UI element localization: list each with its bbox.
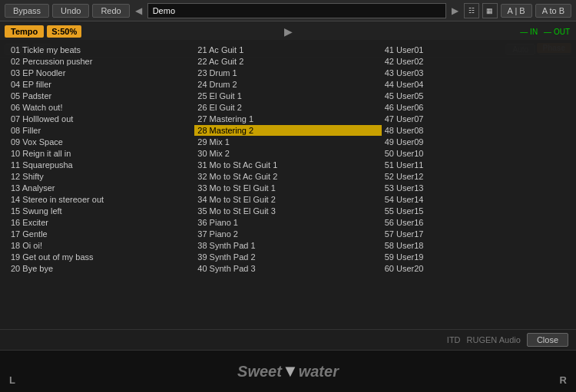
list-item[interactable]: 23 Drum 1 bbox=[194, 68, 381, 78]
list-item[interactable]: 46 User06 bbox=[382, 102, 568, 113]
list-item[interactable]: 22 Ac Guit 2 bbox=[194, 56, 381, 67]
toolbar: Bypass Undo Redo ◀ Demo ▶ ☷ ▦ A | B A to… bbox=[0, 0, 576, 21]
list-col-2: 21 Ac Guit 122 Ac Guit 223 Drum 124 Drum… bbox=[194, 44, 381, 324]
bypass-button[interactable]: Bypass bbox=[5, 4, 49, 18]
list-item[interactable]: 06 Watch out! bbox=[8, 102, 194, 113]
list-item[interactable]: 26 El Guit 2 bbox=[194, 102, 381, 113]
list-item[interactable]: 44 User04 bbox=[382, 79, 568, 90]
list-col-3: 41 User0142 User0243 User0344 User0445 U… bbox=[382, 44, 568, 324]
list-item[interactable]: 48 User08 bbox=[382, 125, 568, 136]
list-item[interactable]: 42 User02 bbox=[382, 56, 568, 67]
list-content: 01 Tickle my beats02 Percussion pusher03… bbox=[0, 40, 576, 329]
list-item[interactable]: 60 User20 bbox=[382, 263, 568, 274]
close-button[interactable]: Close bbox=[527, 333, 568, 347]
list-item[interactable]: 50 User10 bbox=[382, 148, 568, 159]
tempo-button[interactable]: Tempo bbox=[5, 25, 44, 38]
out-label: — OUT bbox=[544, 28, 570, 36]
list-item[interactable]: 35 Mo to St El Guit 3 bbox=[194, 206, 381, 216]
list-item[interactable]: 49 User09 bbox=[382, 137, 568, 147]
undo-button[interactable]: Undo bbox=[52, 4, 89, 18]
lr-labels: L R bbox=[0, 374, 576, 386]
l-label: L bbox=[9, 374, 15, 386]
list-item[interactable]: 56 User16 bbox=[382, 217, 568, 228]
list-item[interactable]: 07 Holllowed out bbox=[8, 114, 194, 124]
list-footer: ITD RUGEN Audio Close bbox=[0, 329, 576, 350]
list-overlay: 01 Tickle my beats02 Percussion pusher03… bbox=[0, 40, 576, 350]
list-item[interactable]: 57 User17 bbox=[382, 229, 568, 239]
list-item[interactable]: 30 Mix 2 bbox=[194, 148, 381, 159]
list-item[interactable]: 08 Filler bbox=[8, 125, 194, 136]
list-col-1: 01 Tickle my beats02 Percussion pusher03… bbox=[8, 44, 194, 324]
list-item[interactable]: 33 Mo to St El Guit 1 bbox=[194, 183, 381, 193]
list-item[interactable]: 18 Oi oi! bbox=[8, 240, 194, 251]
list-item[interactable]: 05 Padster bbox=[8, 91, 194, 101]
list-item[interactable]: 47 User07 bbox=[382, 114, 568, 124]
list-item[interactable]: 39 Synth Pad 2 bbox=[194, 252, 381, 262]
demo-field: Demo bbox=[147, 3, 446, 18]
list-item[interactable]: 20 Bye bye bbox=[8, 263, 194, 274]
list-item[interactable]: 19 Get out of my bass bbox=[8, 252, 194, 262]
list-item[interactable]: 32 Mo to St Ac Guit 2 bbox=[194, 171, 381, 182]
list-item[interactable]: 52 User12 bbox=[382, 171, 568, 182]
in-out-indicators: — IN — OUT bbox=[520, 28, 570, 36]
list-item[interactable]: 41 User01 bbox=[382, 44, 568, 55]
list-item[interactable]: 17 Gentle bbox=[8, 229, 194, 239]
list-item[interactable]: 09 Vox Space bbox=[8, 137, 194, 147]
list-item[interactable]: 29 Mix 1 bbox=[194, 137, 381, 147]
list-item[interactable]: 04 EP filler bbox=[8, 79, 194, 90]
list-item[interactable]: 21 Ac Guit 1 bbox=[194, 44, 381, 55]
in-label: — IN bbox=[520, 28, 538, 36]
list-item[interactable]: 31 Mo to St Ac Guit 1 bbox=[194, 160, 381, 170]
list-item[interactable]: 36 Piano 1 bbox=[194, 217, 381, 228]
row2: Tempo S:50% ▶ — IN — OUT bbox=[0, 21, 576, 41]
footer-rugen: RUGEN Audio bbox=[467, 335, 521, 344]
list-item[interactable]: 10 Reign it all in bbox=[8, 148, 194, 159]
list-item[interactable]: 53 User13 bbox=[382, 183, 568, 193]
list-item[interactable]: 54 User14 bbox=[382, 194, 568, 205]
list-item[interactable]: 59 User19 bbox=[382, 252, 568, 262]
list-item[interactable]: 28 Mastering 2 bbox=[194, 125, 381, 136]
list-item[interactable]: 38 Synth Pad 1 bbox=[194, 240, 381, 251]
list-item[interactable]: 43 User03 bbox=[382, 68, 568, 78]
list-item[interactable]: 58 User18 bbox=[382, 240, 568, 251]
list-item[interactable]: 12 Shifty bbox=[8, 171, 194, 182]
demo-icon-1[interactable]: ☷ bbox=[464, 3, 479, 18]
list-item[interactable]: 15 Swung left bbox=[8, 206, 194, 216]
sync-button[interactable]: S:50% bbox=[47, 25, 81, 38]
list-item[interactable]: 03 EP Noodler bbox=[8, 68, 194, 78]
list-item[interactable]: 01 Tickle my beats bbox=[8, 44, 194, 55]
bottom-bar: Sweet▼water L R bbox=[0, 350, 576, 392]
list-item[interactable]: 14 Stereo in stereoer out bbox=[8, 194, 194, 205]
list-item[interactable]: 55 User15 bbox=[382, 206, 568, 216]
atob-button[interactable]: A to B bbox=[535, 4, 571, 18]
redo-button[interactable]: Redo bbox=[92, 4, 129, 18]
play-arrow[interactable]: ▶ bbox=[284, 25, 293, 38]
demo-icon-2[interactable]: ▦ bbox=[482, 3, 498, 18]
list-item[interactable]: 13 Analyser bbox=[8, 183, 194, 193]
list-item[interactable]: 11 Squarepusha bbox=[8, 160, 194, 170]
demo-prev-arrow[interactable]: ◀ bbox=[133, 5, 144, 16]
list-item[interactable]: 45 User05 bbox=[382, 91, 568, 101]
demo-next-arrow[interactable]: ▶ bbox=[449, 5, 461, 16]
footer-itd: ITD bbox=[447, 335, 461, 344]
list-item[interactable]: 16 Exciter bbox=[8, 217, 194, 228]
list-item[interactable]: 27 Mastering 1 bbox=[194, 114, 381, 124]
list-item[interactable]: 24 Drum 2 bbox=[194, 79, 381, 90]
list-item[interactable]: 25 El Guit 1 bbox=[194, 91, 381, 101]
list-item[interactable]: 37 Piano 2 bbox=[194, 229, 381, 239]
list-item[interactable]: 34 Mo to St El Guit 2 bbox=[194, 194, 381, 205]
list-item[interactable]: 02 Percussion pusher bbox=[8, 56, 194, 67]
demo-name: Demo bbox=[153, 6, 441, 15]
list-item[interactable]: 40 Synth Pad 3 bbox=[194, 263, 381, 274]
r-label: R bbox=[560, 374, 567, 386]
list-item[interactable]: 51 User11 bbox=[382, 160, 568, 170]
ab-button[interactable]: A | B bbox=[501, 4, 532, 18]
